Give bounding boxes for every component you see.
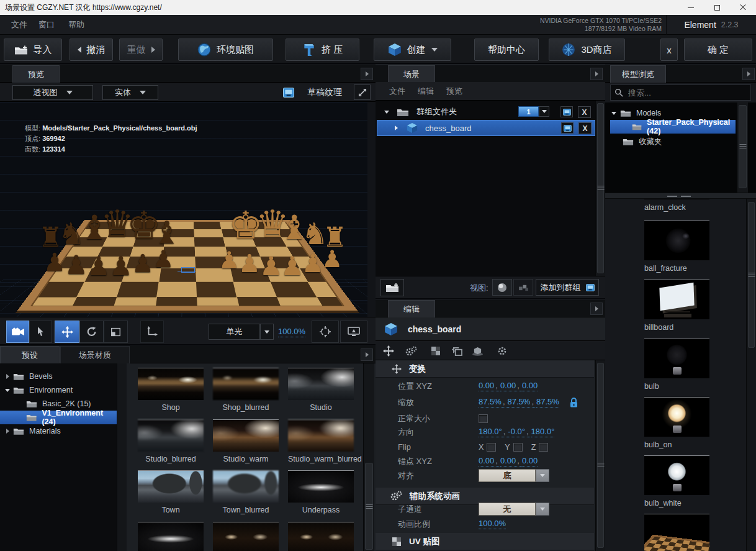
position-x-value[interactable]: 0.00: [479, 381, 500, 391]
light-mode-dropdown[interactable]: 单光: [209, 324, 260, 340]
tab-preview[interactable]: 预览: [12, 65, 60, 83]
uv-section-header[interactable]: UV 贴图: [376, 533, 594, 550]
duplicate-tab-button[interactable]: [449, 344, 465, 358]
model-browser-strip-expand[interactable]: [742, 68, 755, 80]
create-button[interactable]: 创建: [374, 39, 451, 61]
tree-item-materials[interactable]: Materials: [0, 424, 117, 438]
object-delete-button[interactable]: X: [578, 122, 592, 134]
light-mode-arrow[interactable]: [260, 324, 274, 340]
edit-scrollbar[interactable]: [595, 360, 605, 551]
model-list-scrollbar[interactable]: [746, 199, 756, 551]
help-center-button[interactable]: 帮助中心: [474, 39, 539, 61]
preset-thumb-partial[interactable]: [213, 522, 279, 551]
tree-item-favorites[interactable]: 收藏夹: [605, 135, 736, 148]
add-to-group-button[interactable]: 添加到群组: [536, 279, 599, 296]
move-tool-button[interactable]: [55, 321, 79, 343]
import-button[interactable]: 导入: [4, 39, 62, 61]
close-x-button[interactable]: x: [660, 39, 678, 61]
undo-button[interactable]: 撤消: [70, 39, 113, 61]
normal-size-checkbox[interactable]: [479, 414, 488, 423]
viewport-zoom-value[interactable]: 100.0%: [278, 327, 305, 337]
align-arrow[interactable]: [536, 469, 549, 482]
new-group-button[interactable]: [380, 279, 404, 296]
shading-mode-dropdown[interactable]: 实体: [102, 85, 158, 100]
tree-item-environment[interactable]: Environment: [0, 383, 117, 397]
viewport-3d[interactable]: ♜ ♞ ♝ ♛ ♚ ♝ ♟ ♟ ♟ ♟ ♟ ♟ ♚ ♛ ♝ ♞ ♜ ♟ ♟ ♟ …: [0, 102, 376, 317]
tab-presets[interactable]: 预设: [0, 346, 60, 363]
anim-scale-value[interactable]: 100.0%: [479, 519, 506, 529]
select-tool-button[interactable]: [29, 321, 52, 343]
model-tree-scrollbar[interactable]: [737, 102, 748, 193]
group-visibility-button[interactable]: [560, 106, 573, 117]
extrude-button[interactable]: 挤 压: [286, 39, 359, 61]
menu-file[interactable]: 文件: [11, 15, 27, 35]
flip-z-checkbox[interactable]: [539, 443, 548, 452]
shadow-tab-button[interactable]: [469, 344, 485, 358]
scale-y-value[interactable]: 87.5%: [508, 397, 537, 408]
tab-edit[interactable]: 编辑: [388, 300, 435, 317]
object-visibility-button[interactable]: [561, 122, 574, 134]
tab-scene[interactable]: 场景: [388, 65, 435, 83]
camera-mode-dropdown[interactable]: 透视图: [12, 85, 93, 100]
preset-thumb-studio[interactable]: Studio: [288, 368, 354, 412]
preset-thumb-town-blurred[interactable]: Town_blurred: [213, 470, 279, 514]
group-count-arrow[interactable]: [539, 106, 549, 117]
menu-help[interactable]: 帮助: [68, 15, 84, 35]
preset-thumb-underpass[interactable]: Underpass: [288, 470, 354, 514]
uv-tab-button[interactable]: [428, 344, 444, 358]
store-3d-button[interactable]: 3D商店: [549, 39, 625, 61]
environment-map-button[interactable]: 环境贴图: [178, 39, 273, 61]
scene-strip-expand[interactable]: [590, 68, 603, 80]
scene-menu-preview[interactable]: 预览: [446, 82, 462, 101]
transform-section-header[interactable]: 变换: [376, 360, 594, 378]
minimize-button[interactable]: [678, 0, 704, 15]
lock-icon[interactable]: [569, 397, 578, 408]
presets-thumbs-scrollbar[interactable]: [363, 363, 374, 551]
scene-menu-file[interactable]: 文件: [389, 82, 405, 101]
redo-button[interactable]: 重做: [119, 39, 163, 61]
preset-thumb-studio-warm-blurred[interactable]: Studio_warm_blurred: [288, 419, 354, 463]
orientation-y-value[interactable]: -0.0°: [508, 427, 531, 437]
camera-tool-button[interactable]: [6, 321, 29, 343]
rotate-tool-button[interactable]: [79, 321, 104, 343]
tree-item-starter-pack[interactable]: Starter_Pack_Physical (42): [610, 120, 736, 134]
model-item-alarm-clock[interactable]: alarm_clock: [644, 199, 709, 212]
transform-tab-button[interactable]: [380, 344, 397, 358]
group-count-spinner[interactable]: 1: [518, 106, 549, 117]
scene-tree-scrollbar[interactable]: [595, 101, 605, 276]
preset-thumb-shop-blurred[interactable]: Shop_blurred: [213, 368, 279, 412]
preset-thumb-shop[interactable]: Shop: [138, 368, 204, 412]
position-y-value[interactable]: 0.00: [500, 381, 522, 391]
view-wireframe-button[interactable]: [513, 279, 533, 296]
presets-tree-scrollbar[interactable]: [117, 363, 127, 551]
panel-splitter[interactable]: [605, 193, 756, 199]
model-item-billboard[interactable]: billboard: [644, 280, 709, 332]
preset-thumb-partial[interactable]: [138, 522, 204, 551]
flip-x-checkbox[interactable]: [487, 443, 496, 452]
draft-texture-toggle[interactable]: [283, 86, 294, 98]
subchannel-dropdown[interactable]: 无: [479, 503, 549, 516]
tree-item-v1-environment[interactable]: V1_Environment (24): [0, 411, 117, 424]
position-z-value[interactable]: 0.00: [522, 381, 538, 391]
model-item-bulb-white[interactable]: bulb_white: [644, 455, 709, 508]
subchannel-arrow[interactable]: [536, 503, 549, 516]
search-input[interactable]: [627, 88, 732, 98]
align-dropdown[interactable]: 底: [479, 469, 549, 482]
scene-menu-edit[interactable]: 编辑: [418, 82, 434, 101]
presets-strip-expand[interactable]: [361, 348, 373, 361]
confirm-button[interactable]: 确 定: [684, 39, 752, 61]
scale-x-value[interactable]: 87.5%: [479, 397, 508, 408]
preview-strip-expand[interactable]: [361, 68, 373, 80]
preset-thumb-studio-warm[interactable]: Studio_warm: [213, 419, 279, 463]
anchor-y-value[interactable]: 0.00: [500, 456, 522, 467]
preset-thumb-town[interactable]: Town: [138, 470, 204, 514]
group-delete-button[interactable]: X: [578, 106, 591, 118]
view-shaded-button[interactable]: [492, 279, 512, 296]
aux-tab-button[interactable]: [403, 344, 419, 358]
model-item-bulb[interactable]: bulb: [644, 339, 709, 391]
orientation-z-value[interactable]: 180.0°: [531, 427, 555, 437]
preset-thumb-partial[interactable]: [288, 522, 354, 551]
anchor-x-value[interactable]: 0.00: [479, 456, 500, 467]
anchor-z-value[interactable]: 0.00: [522, 456, 538, 467]
scale-tool-button[interactable]: [104, 321, 128, 343]
